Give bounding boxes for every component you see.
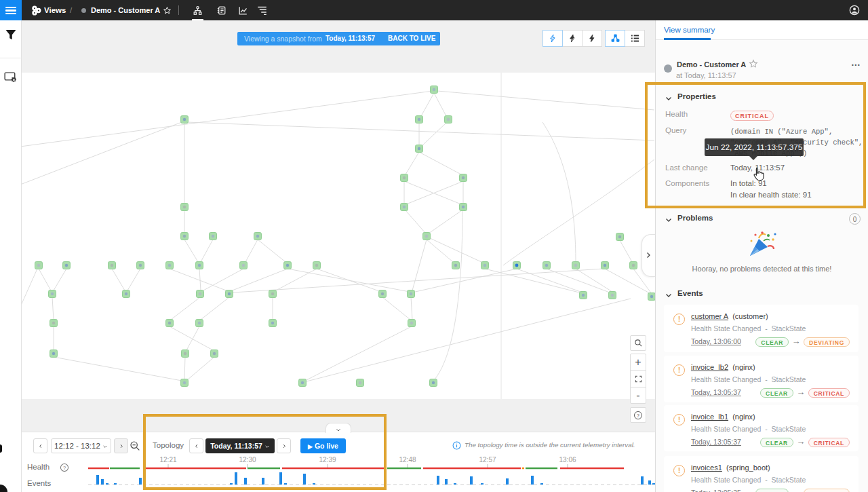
svg-text:?: ? (637, 413, 639, 417)
